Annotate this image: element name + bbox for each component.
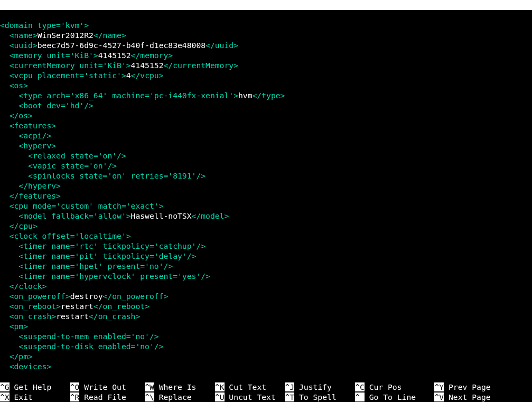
shortcut-label: Cut Text <box>225 382 267 391</box>
shortcut-key[interactable]: ^O <box>70 382 80 391</box>
shortcut-key[interactable]: ^T <box>285 392 294 401</box>
shortcut-key[interactable]: ^X <box>0 392 10 401</box>
file-label: File: /tmp/virsh7hFfdq.xml <box>178 11 299 20</box>
shortcut-label: Exit <box>10 392 33 401</box>
editor-content[interactable]: <domain type='kvm'> <name>WinSer2012R2</… <box>0 10 532 371</box>
shortcut-label: Next Page <box>444 392 490 401</box>
code-line: <type arch='x86_64' machine='pc-i440fx-x… <box>0 90 532 100</box>
code-line: <name>WinSer2012R2</name> <box>0 30 532 40</box>
code-line: <relaxed state='on'/> <box>0 151 532 161</box>
code-line: <hyperv> <box>0 141 532 151</box>
shortcut-label: Where Is <box>154 382 197 391</box>
code-line: <on_poweroff>destroy</on_poweroff> <box>0 291 532 301</box>
nano-header: GNU nano 2.5.3 File: /tmp/virsh7hFfdq.xm… <box>0 0 532 10</box>
code-line: <model fallback='allow'>Haswell-noTSX</m… <box>0 211 532 221</box>
shortcut-key[interactable]: ^\ <box>145 392 154 401</box>
shortcut-key[interactable]: ^K <box>215 382 225 391</box>
code-line: <timer name='hypervclock' present='yes'/… <box>0 271 532 281</box>
code-line: <spinlocks state='on' retries='8191'/> <box>0 171 532 181</box>
shortcut-label: Cur Pos <box>365 382 402 391</box>
shortcut-row: ^X Exit ^R Read File ^\ Replace ^U Uncut… <box>0 392 532 402</box>
shortcut-label: Replace <box>154 392 192 401</box>
code-line: </pm> <box>0 351 532 361</box>
code-line: <timer name='pit' tickpolicy='delay'/> <box>0 251 532 261</box>
code-line: <on_crash>restart</on_crash> <box>0 311 532 321</box>
shortcut-label: Justify <box>294 382 332 391</box>
app-name: GNU nano 2.5.3 <box>10 11 84 20</box>
code-line: <on_reboot>restart</on_reboot> <box>0 301 532 311</box>
shortcut-label: Get Help <box>10 382 52 391</box>
code-line: <uuid>beec7d57-6d9c-4527-b40f-d1ec83e480… <box>0 40 532 50</box>
code-line: <os> <box>0 80 532 90</box>
code-line: <timer name='hpet' present='no'/> <box>0 261 532 271</box>
code-line: <memory unit='KiB'>4145152</memory> <box>0 50 532 60</box>
shortcut-key[interactable]: ^C <box>355 382 365 391</box>
shortcut-key[interactable]: ^G <box>0 382 10 391</box>
code-line: </features> <box>0 191 532 201</box>
code-line: <pm> <box>0 321 532 331</box>
code-line: <devices> <box>0 361 532 371</box>
code-line: <clock offset='localtime'> <box>0 231 532 241</box>
shortcut-label: Uncut Text <box>225 392 276 401</box>
shortcut-key[interactable]: ^W <box>145 382 154 391</box>
shortcut-key[interactable]: ^J <box>285 382 294 391</box>
code-line: <boot dev='hd'/> <box>0 100 532 110</box>
shortcut-bar: ^G Get Help ^O Write Out ^W Where Is ^K … <box>0 382 532 402</box>
shortcut-key[interactable]: ^U <box>215 392 225 401</box>
code-line: <acpi/> <box>0 130 532 141</box>
shortcut-key[interactable]: ^_ <box>355 392 365 401</box>
shortcut-key[interactable]: ^Y <box>434 382 444 391</box>
code-line: </clock> <box>0 281 532 291</box>
code-line: <domain type='kvm'> <box>0 20 532 30</box>
shortcut-label: Prev Page <box>444 382 490 391</box>
shortcut-key[interactable]: ^R <box>70 392 80 401</box>
code-line: <suspend-to-disk enabled='no'/> <box>0 341 532 351</box>
shortcut-label: Read File <box>79 392 126 401</box>
shortcut-key[interactable]: ^V <box>434 392 444 401</box>
code-line: </hyperv> <box>0 181 532 191</box>
code-line: <currentMemory unit='KiB'>4145152</curre… <box>0 60 532 70</box>
shortcut-row: ^G Get Help ^O Write Out ^W Where Is ^K … <box>0 382 532 392</box>
shortcut-label: To Spell <box>294 392 337 401</box>
shortcut-label: Write Out <box>79 382 126 391</box>
code-line: <vapic state='on'/> <box>0 161 532 171</box>
code-line: <vcpu placement='static'>4</vcpu> <box>0 70 532 80</box>
shortcut-label: Go To Line <box>365 392 416 401</box>
code-line: <timer name='rtc' tickpolicy='catchup'/> <box>0 241 532 251</box>
code-line: </os> <box>0 110 532 120</box>
code-line: <suspend-to-mem enabled='no'/> <box>0 331 532 341</box>
code-line: </cpu> <box>0 221 532 231</box>
code-line: <features> <box>0 120 532 130</box>
code-line: <cpu mode='custom' match='exact'> <box>0 201 532 211</box>
